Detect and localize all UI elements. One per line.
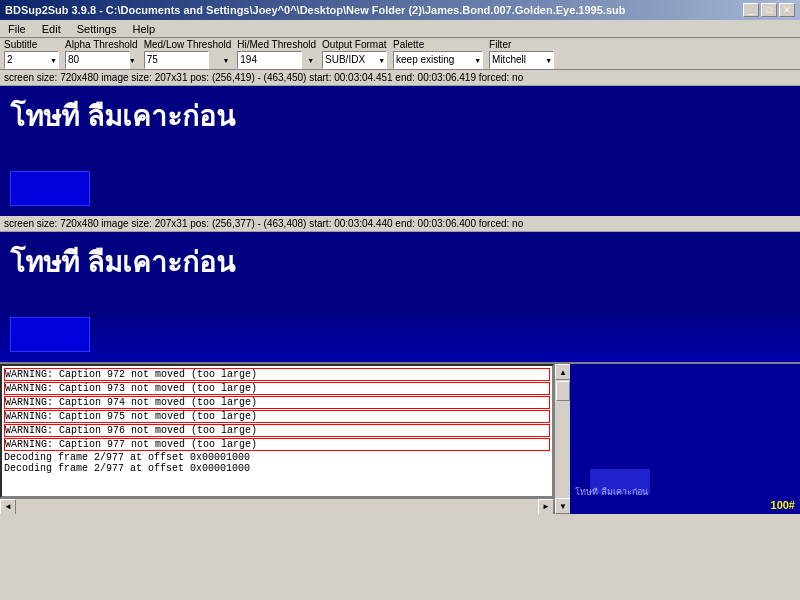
output-label: Output Format: [322, 39, 387, 50]
info-bar-2: screen size: 720x480 image size: 207x31 …: [0, 216, 800, 232]
minimize-button[interactable]: _: [743, 3, 759, 17]
output-select-wrapper[interactable]: SUB/IDX: [322, 51, 387, 69]
horizontal-scrollbar[interactable]: ◄ ►: [0, 498, 554, 514]
bottom-section: WARNING: Caption 972 not moved (too larg…: [0, 362, 800, 514]
info-text-2: screen size: 720x480 image size: 207x31 …: [4, 218, 523, 229]
menu-help[interactable]: Help: [128, 22, 159, 36]
medlow-group: Med/Low Threshold 75: [144, 39, 232, 69]
scroll-track: [555, 380, 570, 498]
scroll-down-button[interactable]: ▼: [555, 498, 571, 514]
thai-text-1: โทษที ลืมเคาะก่อน: [0, 86, 800, 146]
info-text-1: screen size: 720x480 image size: 207x31 …: [4, 72, 523, 83]
log-line: WARNING: Caption 975 not moved (too larg…: [4, 410, 550, 423]
palette-group: Palette keep existing: [393, 39, 483, 69]
himed-select[interactable]: 194: [237, 51, 302, 69]
thumbnail-area: โทษที ลืมเคาะก่อน 100#: [570, 364, 800, 514]
filter-label: Filter: [489, 39, 554, 50]
log-line: WARNING: Caption 976 not moved (too larg…: [4, 424, 550, 437]
close-button[interactable]: ✕: [779, 3, 795, 17]
alpha-label: Alpha Threshold: [65, 39, 138, 50]
log-line: Decoding frame 2/977 at offset 0x0000100…: [4, 452, 550, 463]
himed-label: Hi/Med Threshold: [237, 39, 316, 50]
alpha-select[interactable]: 80: [65, 51, 130, 69]
hscroll-track[interactable]: [16, 499, 538, 515]
log-line: WARNING: Caption 973 not moved (too larg…: [4, 382, 550, 395]
alpha-group: Alpha Threshold 80: [65, 39, 138, 69]
medlow-select[interactable]: 75: [144, 51, 209, 69]
log-line: WARNING: Caption 974 not moved (too larg…: [4, 396, 550, 409]
blue-rectangle-2: [10, 317, 90, 352]
window-title: BDSup2Sub 3.9.8 - C:\Documents and Setti…: [5, 4, 625, 16]
output-group: Output Format SUB/IDX: [322, 39, 387, 69]
thumbnail-counter: 100#: [771, 499, 795, 511]
scroll-thumb[interactable]: [556, 381, 570, 401]
log-line: WARNING: Caption 977 not moved (too larg…: [4, 438, 550, 451]
palette-select[interactable]: keep existing: [393, 51, 483, 69]
log-area[interactable]: WARNING: Caption 972 not moved (too larg…: [0, 364, 554, 498]
log-line: WARNING: Caption 972 not moved (too larg…: [4, 368, 550, 381]
scroll-up-button[interactable]: ▲: [555, 364, 571, 380]
himed-group: Hi/Med Threshold 194: [237, 39, 316, 69]
toolbar: Subtitle 2 Alpha Threshold 80 Med/Low Th…: [0, 38, 800, 70]
palette-label: Palette: [393, 39, 483, 50]
output-select[interactable]: SUB/IDX: [322, 51, 387, 69]
subtitle-label: Subtitle: [4, 39, 59, 50]
thumbnail-thai-text: โทษที ลืมเคาะก่อน: [575, 485, 790, 499]
menu-edit[interactable]: Edit: [38, 22, 65, 36]
maximize-button[interactable]: □: [761, 3, 777, 17]
medlow-label: Med/Low Threshold: [144, 39, 232, 50]
medlow-select-wrapper[interactable]: 75: [144, 51, 232, 69]
window-controls: _ □ ✕: [743, 3, 795, 17]
menu-settings[interactable]: Settings: [73, 22, 121, 36]
titlebar: BDSup2Sub 3.9.8 - C:\Documents and Setti…: [0, 0, 800, 20]
palette-select-wrapper[interactable]: keep existing: [393, 51, 483, 69]
subtitle-select[interactable]: 2: [4, 51, 59, 69]
hscroll-right-button[interactable]: ►: [538, 499, 554, 515]
hscroll-left-button[interactable]: ◄: [0, 499, 16, 515]
log-line: Decoding frame 2/977 at offset 0x0000100…: [4, 463, 550, 474]
subtitle-group: Subtitle 2: [4, 39, 59, 69]
filter-select-wrapper[interactable]: Mitchell: [489, 51, 554, 69]
preview-area-2: โทษที ลืมเคาะก่อน: [0, 232, 800, 362]
vertical-scrollbar[interactable]: ▲ ▼: [554, 364, 570, 514]
himed-select-wrapper[interactable]: 194: [237, 51, 316, 69]
filter-select[interactable]: Mitchell: [489, 51, 554, 69]
preview-area-1: โทษที ลืมเคาะก่อน: [0, 86, 800, 216]
info-bar-1: screen size: 720x480 image size: 207x31 …: [0, 70, 800, 86]
filter-group: Filter Mitchell: [489, 39, 554, 69]
blue-rectangle-1: [10, 171, 90, 206]
thai-text-2: โทษที ลืมเคาะก่อน: [0, 232, 800, 292]
subtitle-select-wrapper[interactable]: 2: [4, 51, 59, 69]
thumbnail-image: โทษที ลืมเคาะก่อน 100#: [570, 364, 800, 514]
menubar: File Edit Settings Help: [0, 20, 800, 38]
alpha-select-wrapper[interactable]: 80: [65, 51, 138, 69]
menu-file[interactable]: File: [4, 22, 30, 36]
